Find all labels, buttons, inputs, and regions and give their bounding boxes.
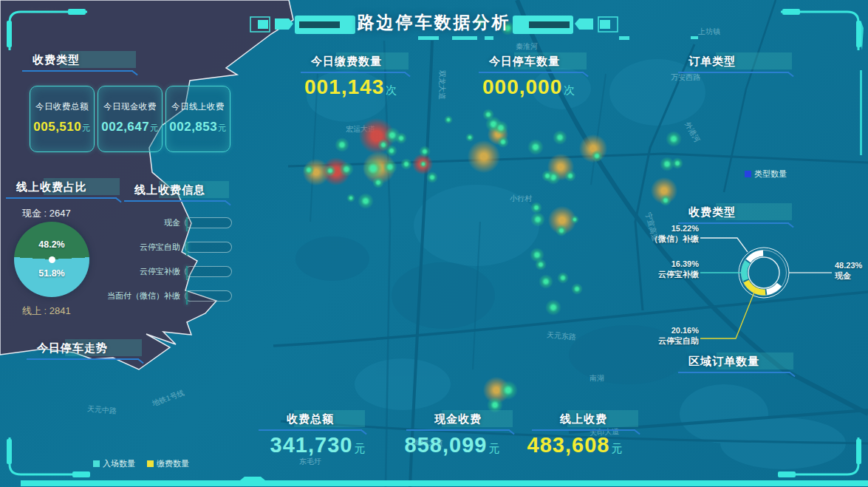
donut-label-cash: 48.23% 现金 [835,260,868,281]
pie-center-dot [49,256,55,263]
trend-legend: 入场数量 缴费数量 [93,458,189,469]
stat-unit: 次 [564,84,575,96]
donut-arc [746,282,765,293]
panel-header-order-type: 订单类型 [678,55,789,75]
panel-header-fee-type-left: 收费类型 [22,53,133,74]
panel-header-region-orders: 区域订单数量 [678,355,790,375]
donut-arc [744,262,747,279]
panel-header-cash-fee: 现金收费 [406,412,510,433]
card-unit: 元 [218,123,227,132]
card-label: 今日现金收费 [98,101,162,112]
stat-value: 858,099 [405,433,488,457]
legend-item-order-count[interactable]: 类型数量 [745,168,787,180]
legend-item-payments[interactable]: 缴费数量 [147,458,189,469]
panel-header-payments-count: 今日缴费数量 [301,55,406,75]
stat-payments-count: 001,143次 [304,75,397,99]
stat-unit: 元 [354,442,365,454]
card-label: 今日收费总额 [30,101,94,112]
stat-unit: 元 [611,442,622,454]
donut-label-supplement: 16.39% 云停宝补缴 [613,259,699,279]
card-total-fee-today: 今日收费总额 005,510元 [30,86,95,152]
legend-swatch-entries [93,460,100,467]
pie-top-label: 现金 : 2647 [22,207,71,220]
stat-parking-count: 000,000次 [482,75,575,99]
bar-label: 云停宝自助 [77,242,180,253]
legend-swatch-order-count [745,171,751,177]
stat-value: 000,000 [482,75,562,98]
bar-track [185,290,232,302]
panel-header-parking-count: 今日停车数量 [479,55,584,75]
stat-fee-total: 341,730元 [259,433,377,457]
pie-bottom-label: 线上 : 2841 [22,304,71,318]
card-value: 005,510 [33,120,81,134]
bar-fill [186,242,188,256]
panel-header-online-fee: 线上收费 [532,412,635,433]
panel-header-today-trend: 今日停车走势 [27,341,139,362]
stat-value: 341,730 [270,433,353,457]
card-unit: 元 [82,123,91,132]
stat-online-fee: 483,608元 [516,433,634,457]
card-cash-fee-today: 今日现金收费 002,647元 [98,86,163,152]
stat-unit: 次 [386,84,397,96]
bar-label: 当面付（微信）补缴 [77,290,180,302]
bar-fill [186,266,188,280]
panel-header-online-ratio: 线上收费占比 [6,180,117,201]
bar-track [185,266,232,277]
legend-swatch-payments [147,460,154,467]
legend-label: 类型数量 [754,168,787,180]
card-value: 002,853 [169,120,217,134]
card-unit: 元 [150,123,159,132]
fee-type-donut-chart [700,238,832,338]
panel-header-fee-total: 收费总额 [259,412,362,433]
donut-label-self-service: 20.16% 云停宝自助 [613,325,699,346]
order-type-legend: 类型数量 [745,168,787,180]
stat-value: 001,143 [304,75,384,98]
bar-label: 云停宝补缴 [77,266,180,277]
card-online-fee-today: 今日线上收费 002,853元 [165,86,230,152]
legend-label: 缴费数量 [157,458,189,469]
stat-value: 483,608 [527,433,610,457]
bar-fill [186,290,188,304]
donut-label-wechat: 15.22% （微信）补缴 [613,223,699,244]
panel-header-online-info: 线上收费信息 [124,183,226,204]
card-label: 今日线上收费 [166,101,230,112]
dashboard-root: 南京南站上坊镇秦淮河万安西路双龙大道宏运大道小行村外港河宁宣高速天元东路地铁1号… [0,0,868,487]
legend-label: 入场数量 [103,458,135,469]
bar-label: 现金 [77,217,180,228]
legend-item-entries[interactable]: 入场数量 [93,458,135,469]
bar-fill [186,217,188,231]
bar-track [185,217,232,228]
stat-unit: 元 [488,442,499,454]
page-title: 路边停车数据分析 [358,11,511,34]
bar-track [185,242,232,253]
online-ratio-pie-chart[interactable]: 48.2% 51.8% [14,222,89,297]
stat-cash-fee: 858,099元 [393,433,511,457]
card-value: 002,647 [101,120,149,134]
